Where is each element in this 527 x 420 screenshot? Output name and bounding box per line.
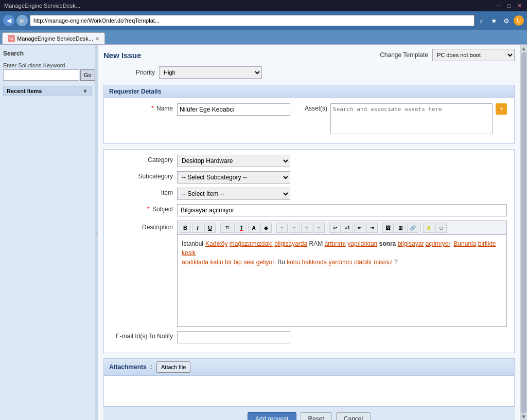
emoticon-button[interactable]: ☺ [435,223,447,233]
link-button[interactable]: 🔗 [407,223,418,233]
recent-items-label: Recent Items [7,88,42,94]
change-template-label: Change Template [380,51,428,59]
highlight-button[interactable]: A [248,223,259,233]
nav-bar: ◀ ▶ ⌂ ★ ⚙ U [0,11,527,30]
tab-favicon: M [8,35,15,42]
link-arttirimi: arttırımı [325,240,346,247]
tab-close-button[interactable]: ✕ [95,36,99,42]
add-request-button[interactable]: Add request [248,412,296,420]
item-row: Item -- Select Item -- [111,188,507,200]
link-yapildiktan: yapıldıktan [347,240,377,247]
subcategory-label: Subcategory [111,171,173,180]
unordered-list-button[interactable]: ≡• [329,223,341,233]
link-bununla: Bununla [453,240,476,247]
indent-button[interactable]: ⇥ [366,223,378,233]
requester-section: Requester Details * Name Asset(s) + [103,85,515,144]
text-highlight-button[interactable]: A [423,223,434,233]
name-input[interactable] [177,103,290,116]
link-konu: konu [287,259,300,266]
cancel-button[interactable]: Cancel [336,412,371,420]
form-title: New Issue [103,51,141,60]
tab-label: ManageEngine ServiceDesk... [17,35,93,42]
recent-items-header[interactable]: Recent Items ▼ [3,86,92,96]
image-button[interactable]: 🖼 [382,223,394,233]
link-kadiköy: Kadıköy [205,240,227,247]
sidebar: Search Enter Solutions Keyword Go Recent… [0,45,95,420]
requester-content: * Name Asset(s) + [104,98,514,143]
content-area: New Issue Change Template PC does not bo… [98,45,520,420]
scroll-thumb[interactable] [521,52,526,413]
asset-textarea[interactable] [330,103,493,134]
link-acilmiyor: açılmıyor [426,240,450,247]
change-template-select[interactable]: PC does not boot [432,49,515,61]
attach-file-button[interactable]: Attach file [156,361,190,373]
toolbar-sep-2 [274,223,274,232]
user-icon[interactable]: U [514,15,524,26]
description-row: Description B I U Tf T A ◈ [111,221,507,327]
email-notify-input[interactable] [177,331,290,343]
link-bip: bip [234,259,242,266]
forward-button[interactable]: ▶ [16,15,28,26]
underline-button[interactable]: U [204,223,216,233]
active-tab[interactable]: M ManageEngine ServiceDesk... ✕ [2,32,105,44]
priority-select[interactable]: High Medium Low Critical [159,66,262,79]
reset-button[interactable]: Reset [301,412,332,420]
minimize-button[interactable]: ─ [495,2,502,9]
link-yardimci: yardımcı [329,259,353,266]
item-label: Item [111,188,173,196]
settings-icon[interactable]: ⚙ [501,15,512,26]
attachments-bar: Attachments : Attach file [103,358,515,376]
close-button[interactable]: ✕ [516,2,523,9]
star-icon[interactable]: ★ [489,15,499,26]
category-section: Category Desktop Hardware Subcategory --… [103,149,515,353]
bold-button[interactable]: B [180,223,191,233]
subcategory-select[interactable]: -- Select Subcategory -- [177,171,290,184]
name-row: * Name Asset(s) + [111,103,507,134]
font-color-button[interactable]: T [236,223,247,233]
form-header: New Issue Change Template PC does not bo… [103,49,515,61]
go-button[interactable]: Go [80,69,95,81]
font-size-button[interactable]: Tf [220,223,235,233]
address-bar[interactable] [30,15,475,26]
align-right-button[interactable]: ≡ [301,223,312,233]
category-row: Category Desktop Hardware [111,155,507,167]
maximize-button[interactable]: □ [505,2,513,9]
align-center-button[interactable]: ≡ [289,223,300,233]
link-kalin: kalın [210,259,223,266]
category-select[interactable]: Desktop Hardware [177,155,290,167]
link-hakkinda: hakkında [302,259,327,266]
link-sesi: sesi [243,259,254,266]
description-label: Description [111,221,173,231]
toolbar-sep-5 [420,223,421,232]
description-editor: B I U Tf T A ◈ ≡ ≡ ≡ [177,221,507,327]
footer-bar: Add request Reset Cancel [103,407,515,420]
align-justify-button[interactable]: ≡ [313,223,325,233]
collapse-icon[interactable]: ▼ [82,88,88,94]
description-area[interactable]: Istanbul-Kadıköy mağazamızdaki bilgisaya… [177,234,507,327]
table-button[interactable]: ⊞ [395,223,406,233]
sidebar-search-row: Go [3,69,92,81]
text-sonra: sonra [379,240,396,247]
italic-button[interactable]: I [192,223,203,233]
item-select[interactable]: -- Select Item -- [177,188,290,200]
scroll-down-arrow[interactable]: ▼ [521,414,526,419]
attachments-area [103,376,515,407]
ordered-list-button[interactable]: ≡1 [342,223,353,233]
scroll-up-arrow[interactable]: ▲ [521,46,526,51]
eraser-button[interactable]: ◈ [260,223,272,233]
home-icon[interactable]: ⌂ [477,15,487,26]
scrollbar[interactable]: ▲ ▼ [520,45,527,420]
back-button[interactable]: ◀ [3,15,14,26]
solutions-search-input[interactable] [3,69,79,81]
asset-add-icon[interactable]: + [496,103,507,115]
subject-input[interactable] [177,204,507,216]
email-notify-label: E-mail Id(s) To Notify [111,331,173,340]
attachments-colon: : [151,363,152,371]
link-misiniz: misiniz [374,259,393,266]
email-row: E-mail Id(s) To Notify [111,331,507,343]
priority-label: Priority [103,69,155,76]
align-left-button[interactable]: ≡ [276,223,288,233]
solutions-keyword-label: Enter Solutions Keyword [3,62,92,68]
outdent-button[interactable]: ⇤ [354,223,365,233]
name-label: * Name [111,103,173,112]
